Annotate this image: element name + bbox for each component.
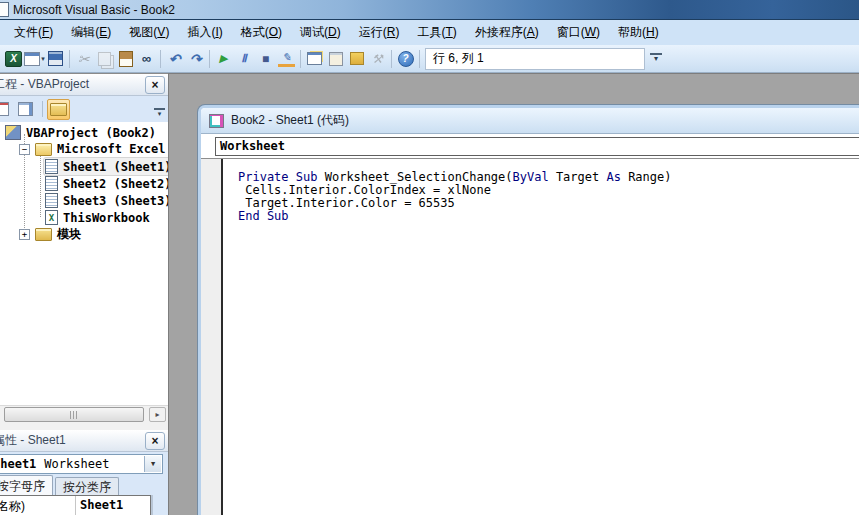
expand-plus-box[interactable]: + [19, 229, 30, 240]
left-dock: 工程 - VBAProject × ▾ VBAProject (Book2)−M… [0, 73, 168, 515]
menu-item-h[interactable]: 帮助(H) [609, 20, 668, 45]
toolbox-button[interactable]: ⚒ [367, 48, 388, 70]
menu-item-o[interactable]: 格式(O) [232, 20, 291, 45]
run-button[interactable]: ▶ [213, 48, 234, 70]
tree-item-modules[interactable]: +模块 [0, 226, 168, 243]
project-explorer-header[interactable]: 工程 - VBAProject × [0, 74, 168, 96]
margin-indicator-bar [201, 159, 223, 515]
collapse-minus-box[interactable]: − [19, 144, 30, 155]
toolbar-separator [419, 50, 420, 68]
scrollbar-thumb[interactable] [4, 407, 144, 422]
object-dropdown[interactable]: Worksheet [215, 137, 859, 156]
toggle-folders-button[interactable] [47, 99, 70, 120]
cursor-position-text: 行 6, 列 1 [433, 50, 484, 67]
view-object-button[interactable] [14, 99, 37, 120]
scrollbar-grip [70, 411, 79, 419]
insert-userform-button[interactable]: ▾ [24, 48, 45, 70]
menu-item-e[interactable]: 编辑(E) [62, 20, 120, 45]
find-button[interactable]: ∞ [136, 48, 157, 70]
menu-item-f[interactable]: 文件(F) [5, 20, 62, 45]
folder-icon [50, 103, 67, 116]
project-tree-hscrollbar[interactable]: ◂ ▸ [0, 405, 168, 422]
redo-button[interactable]: ↷ [185, 48, 206, 70]
menu-item-r[interactable]: 运行(R) [350, 20, 409, 45]
save-icon [48, 51, 63, 66]
view-microsoft-excel-button[interactable]: X [3, 48, 24, 70]
tree-item-excel-objects[interactable]: −Microsoft Excel 对象 [0, 141, 168, 158]
view-code-button[interactable] [0, 99, 13, 120]
menu-item-w[interactable]: 窗口(W) [548, 20, 609, 45]
tree-item-sheet3[interactable]: Sheet3 (Sheet3) [0, 192, 168, 209]
help-button[interactable]: ? [395, 48, 416, 70]
tree-item-label: Sheet2 (Sheet2) [63, 177, 168, 191]
menu-item-i[interactable]: 插入(I) [178, 20, 231, 45]
menu-item-d[interactable]: 调试(D) [291, 20, 350, 45]
tab-alphabetic[interactable]: 按字母序 [0, 475, 53, 495]
break-icon: Ⅱ [236, 51, 253, 67]
toolbar-separator [42, 101, 43, 117]
property-value[interactable]: Sheet1 [76, 496, 150, 515]
design-mode-button[interactable]: ✎ [276, 48, 297, 70]
code-window[interactable]: Book2 - Sheet1 (代码) Worksheet Private Su… [198, 105, 859, 515]
tree-item-sheet1[interactable]: Sheet1 (Sheet1) [0, 158, 168, 175]
code-editor[interactable]: Private Sub Worksheet_SelectionChange(By… [201, 159, 859, 515]
help-icon: ? [398, 51, 414, 67]
tree-item-content: XThisWorkbook [44, 209, 153, 226]
properties-object-selector[interactable]: Sheet1 Worksheet ▼ [0, 454, 163, 474]
project-explorer-toolbar: ▾ [0, 96, 168, 122]
sheet-icon [45, 159, 58, 174]
code-text[interactable]: Private Sub Worksheet_SelectionChange(By… [223, 159, 859, 515]
selector-dropdown-button[interactable]: ▼ [144, 456, 161, 472]
code-window-icon [209, 114, 224, 128]
toolbar-separator [69, 50, 70, 68]
properties-window-button[interactable] [325, 48, 346, 70]
tab-categorized[interactable]: 按分类序 [55, 477, 119, 495]
excel-icon: X [5, 51, 22, 67]
scroll-right-button[interactable]: ▸ [149, 407, 166, 422]
tree-item-vbaproject[interactable]: VBAProject (Book2) [0, 124, 168, 141]
selected-object-type: Worksheet [44, 457, 109, 471]
menu-bar: 文件(F)编辑(E)视图(V)插入(I)格式(O)调试(D)运行(R)工具(T)… [0, 20, 859, 46]
cut-button[interactable]: ✂ [73, 48, 94, 70]
tree-item-sheet2[interactable]: Sheet2 (Sheet2) [0, 175, 168, 192]
property-name: (名称) [0, 496, 76, 515]
tree-item-content: Sheet2 (Sheet2) [44, 175, 168, 192]
properties-close-button[interactable]: × [145, 432, 165, 450]
toolbar-overflow-button[interactable]: ▾ [650, 53, 662, 65]
properties-window-header[interactable]: 属性 - Sheet1 × [0, 430, 168, 452]
code-window-titlebar[interactable]: Book2 - Sheet1 (代码) [201, 108, 859, 134]
break-button[interactable]: Ⅱ [234, 48, 255, 70]
paste-button[interactable] [115, 48, 136, 70]
tree-item-label: Sheet1 (Sheet1) [63, 160, 168, 174]
project-toolbar-overflow-button[interactable]: ▾ [154, 108, 165, 119]
objbrowser-icon [350, 52, 364, 65]
redo-icon: ↷ [187, 51, 204, 67]
code-line: End Sub [238, 210, 859, 223]
panel-divider [0, 422, 168, 430]
tree-item-label: ThisWorkbook [63, 211, 150, 225]
viewobj-icon [18, 102, 33, 116]
find-icon: ∞ [138, 51, 155, 67]
tree-item-thisworkbook[interactable]: XThisWorkbook [0, 209, 168, 226]
menu-item-t[interactable]: 工具(T) [408, 20, 465, 45]
tree-item-content: VBAProject (Book2) [4, 124, 159, 141]
reset-button[interactable]: ■ [255, 48, 276, 70]
object-browser-button[interactable] [346, 48, 367, 70]
property-row: (名称)Sheet1 [0, 496, 150, 515]
save-button[interactable] [45, 48, 66, 70]
undo-button[interactable]: ↶ [164, 48, 185, 70]
project-icon [5, 125, 21, 140]
tree-item-label: Sheet3 (Sheet3) [63, 194, 168, 208]
toolbar-separator [391, 50, 392, 68]
copy-button[interactable] [94, 48, 115, 70]
projexp-icon [307, 52, 322, 65]
toolbox-icon: ⚒ [369, 51, 386, 67]
project-explorer-button[interactable] [304, 48, 325, 70]
menu-item-v[interactable]: 视图(V) [120, 20, 178, 45]
project-explorer-close-button[interactable]: × [145, 76, 165, 94]
menu-item-a[interactable]: 外接程序(A) [466, 20, 548, 45]
paste-icon [119, 51, 133, 67]
selected-object-name: Sheet1 [0, 457, 36, 471]
folder-open-icon [35, 143, 52, 156]
window-title: Microsoft Visual Basic - Book2 [13, 3, 175, 17]
